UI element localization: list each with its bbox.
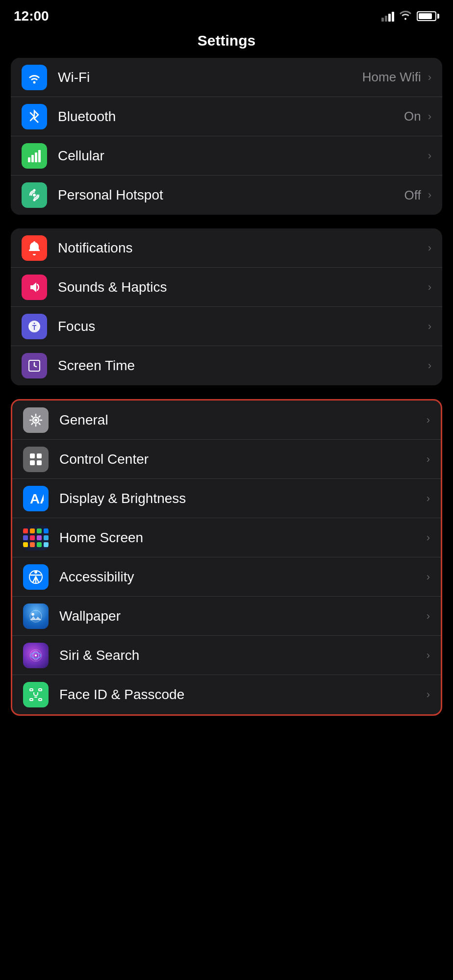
cellular-chevron: › bbox=[428, 150, 431, 162]
svg-rect-11 bbox=[30, 453, 35, 458]
wifi-chevron: › bbox=[428, 71, 431, 84]
svg-rect-4 bbox=[38, 150, 41, 162]
display-label: Display & Brightness bbox=[59, 491, 425, 506]
wallpaper-icon bbox=[23, 603, 49, 629]
homescreen-chevron: › bbox=[427, 531, 430, 544]
svg-rect-13 bbox=[30, 460, 35, 465]
svg-rect-2 bbox=[31, 155, 34, 162]
cellular-label: Cellular bbox=[58, 148, 421, 164]
svg-rect-1 bbox=[28, 157, 30, 162]
svg-rect-24 bbox=[30, 689, 33, 691]
controlcenter-label: Control Center bbox=[59, 452, 425, 467]
cellular-row[interactable]: Cellular › bbox=[11, 136, 442, 176]
controlcenter-row[interactable]: Control Center › bbox=[12, 440, 441, 479]
notifications-group: Notifications › Sounds & Haptics › Focus… bbox=[11, 228, 442, 385]
accessibility-row[interactable]: Accessibility › bbox=[12, 557, 441, 597]
faceid-chevron: › bbox=[427, 688, 430, 701]
accessibility-icon bbox=[23, 564, 49, 590]
battery-icon bbox=[417, 11, 439, 21]
sounds-row[interactable]: Sounds & Haptics › bbox=[11, 268, 442, 307]
svg-rect-27 bbox=[39, 699, 42, 701]
svg-point-5 bbox=[33, 194, 36, 197]
svg-point-7 bbox=[33, 199, 36, 201]
siri-chevron: › bbox=[427, 649, 430, 662]
display-chevron: › bbox=[427, 492, 430, 505]
general-group: General › Control Center › AA Display & … bbox=[11, 399, 442, 716]
focus-label: Focus bbox=[58, 319, 426, 334]
general-row[interactable]: General › bbox=[12, 401, 441, 440]
svg-point-9 bbox=[34, 419, 37, 422]
svg-rect-3 bbox=[35, 152, 37, 162]
display-row[interactable]: AA Display & Brightness › bbox=[12, 479, 441, 518]
screentime-icon bbox=[22, 353, 47, 378]
general-label: General bbox=[59, 412, 425, 428]
hotspot-icon bbox=[22, 182, 47, 208]
wallpaper-label: Wallpaper bbox=[59, 608, 425, 624]
faceid-label: Face ID & Passcode bbox=[59, 687, 425, 703]
page-title: Settings bbox=[0, 27, 453, 58]
connectivity-group: Wi-Fi Home Wifi › Bluetooth On › Cellula… bbox=[11, 58, 442, 215]
screentime-row[interactable]: Screen Time › bbox=[11, 346, 442, 385]
wifi-label: Wi-Fi bbox=[58, 70, 362, 85]
accessibility-chevron: › bbox=[427, 571, 430, 583]
bluetooth-value: On bbox=[404, 109, 421, 124]
wifi-row[interactable]: Wi-Fi Home Wifi › bbox=[11, 58, 442, 97]
display-icon: AA bbox=[23, 486, 49, 511]
svg-point-0 bbox=[33, 81, 36, 83]
svg-rect-14 bbox=[37, 460, 42, 465]
bluetooth-icon bbox=[22, 104, 47, 129]
sounds-icon bbox=[22, 275, 47, 300]
svg-point-23 bbox=[35, 654, 37, 656]
svg-rect-12 bbox=[37, 453, 42, 458]
siri-icon bbox=[23, 643, 49, 668]
hotspot-value: Off bbox=[404, 188, 421, 203]
notifications-row[interactable]: Notifications › bbox=[11, 228, 442, 268]
svg-rect-26 bbox=[30, 699, 33, 701]
accessibility-label: Accessibility bbox=[59, 569, 425, 585]
signal-icon bbox=[381, 11, 394, 22]
bluetooth-chevron: › bbox=[428, 110, 431, 123]
status-time: 12:00 bbox=[14, 8, 49, 24]
screentime-chevron: › bbox=[428, 359, 431, 372]
faceid-row[interactable]: Face ID & Passcode › bbox=[12, 675, 441, 714]
wifi-icon bbox=[22, 65, 47, 90]
general-icon bbox=[23, 407, 49, 433]
bluetooth-row[interactable]: Bluetooth On › bbox=[11, 97, 442, 136]
svg-point-18 bbox=[30, 610, 42, 622]
bluetooth-label: Bluetooth bbox=[58, 109, 404, 125]
controlcenter-icon bbox=[23, 447, 49, 472]
wallpaper-row[interactable]: Wallpaper › bbox=[12, 597, 441, 636]
notifications-label: Notifications bbox=[58, 240, 426, 256]
focus-row[interactable]: Focus › bbox=[11, 307, 442, 346]
sounds-label: Sounds & Haptics bbox=[58, 279, 426, 295]
sounds-chevron: › bbox=[428, 281, 431, 294]
controlcenter-chevron: › bbox=[427, 453, 430, 466]
focus-icon bbox=[22, 314, 47, 339]
svg-rect-25 bbox=[39, 689, 42, 691]
homescreen-label: Home Screen bbox=[59, 530, 425, 546]
svg-point-6 bbox=[33, 189, 36, 192]
svg-point-19 bbox=[31, 613, 34, 616]
wifi-status-icon bbox=[399, 9, 412, 23]
notifications-icon bbox=[22, 235, 47, 261]
siri-label: Siri & Search bbox=[59, 648, 425, 663]
hotspot-row[interactable]: Personal Hotspot Off › bbox=[11, 176, 442, 215]
homescreen-row[interactable]: Home Screen › bbox=[12, 518, 441, 557]
siri-row[interactable]: Siri & Search › bbox=[12, 636, 441, 675]
general-chevron: › bbox=[427, 414, 430, 427]
status-bar: 12:00 bbox=[0, 0, 453, 27]
svg-text:AA: AA bbox=[30, 491, 44, 506]
hotspot-label: Personal Hotspot bbox=[58, 187, 404, 203]
homescreen-icon bbox=[23, 525, 49, 551]
status-icons bbox=[381, 9, 439, 23]
screentime-label: Screen Time bbox=[58, 358, 426, 374]
focus-chevron: › bbox=[428, 320, 431, 333]
wallpaper-chevron: › bbox=[427, 610, 430, 623]
wifi-value: Home Wifi bbox=[362, 70, 421, 85]
notifications-chevron: › bbox=[428, 242, 431, 254]
faceid-icon bbox=[23, 682, 49, 707]
cellular-icon bbox=[22, 143, 47, 169]
hotspot-chevron: › bbox=[428, 189, 431, 201]
